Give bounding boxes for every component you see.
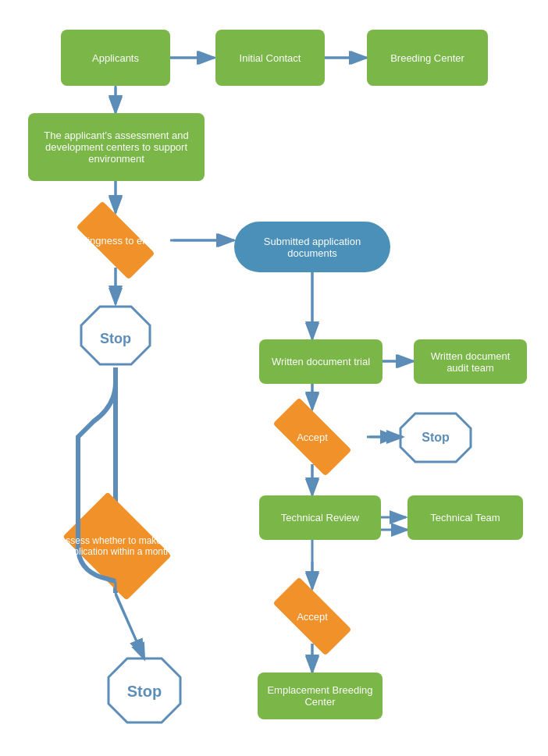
assess-month-node: Assess whether to make an application wi…	[51, 499, 183, 593]
written-audit-node: Written document audit team	[414, 339, 527, 384]
accept1-node: Accept	[258, 410, 367, 464]
svg-text:Stop: Stop	[422, 431, 450, 444]
initial-contact-node: Initial Contact	[215, 30, 325, 86]
flowchart: Applicants Initial Contact Breeding Cent…	[0, 0, 548, 756]
breeding-center-node: Breeding Center	[367, 30, 488, 86]
accept2-node: Accept	[258, 589, 367, 644]
assessment-node: The applicant's assessment and developme…	[28, 113, 205, 181]
svg-line-16	[116, 595, 143, 655]
technical-team-node: Technical Team	[407, 495, 523, 540]
submitted-docs-node: Submitted application documents	[234, 222, 390, 272]
svg-text:Stop: Stop	[100, 331, 131, 346]
stop2-node: Stop	[398, 411, 473, 464]
stop3-node: Stop	[105, 655, 183, 726]
svg-text:Stop: Stop	[127, 683, 162, 700]
technical-review-node: Technical Review	[259, 495, 381, 540]
stop1-node: Stop	[78, 303, 153, 367]
emplacement-node: Emplacement Breeding Center	[258, 673, 383, 719]
applicants-node: Applicants	[61, 30, 170, 86]
written-trial-node: Written document trial	[259, 339, 383, 384]
willingness-node: Willingness to enter	[61, 213, 170, 268]
